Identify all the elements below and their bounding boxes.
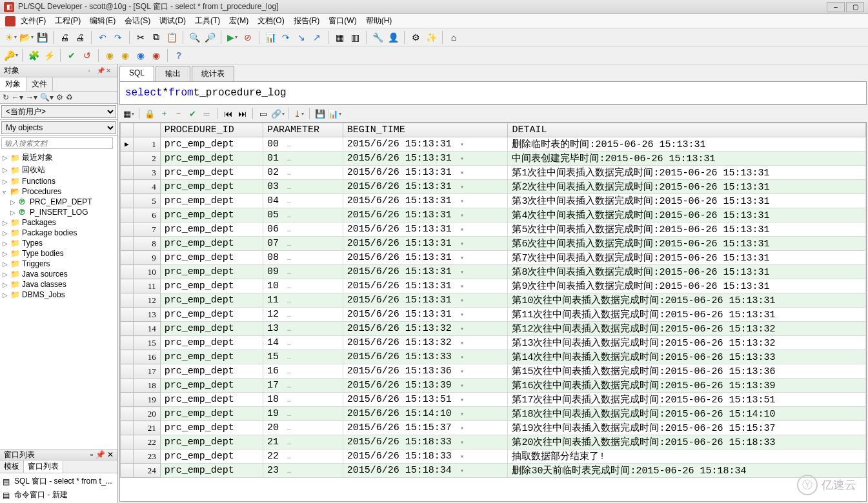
save-grid-icon[interactable]: 💾 [314, 107, 327, 120]
rollback-button[interactable]: ↺ [80, 48, 94, 63]
menu-edit[interactable]: 编辑(E) [86, 14, 119, 28]
cell-begin-time[interactable]: 2015/6/26 15:13:32 ▾ [343, 336, 508, 350]
cell-detail[interactable]: 第11次往中间表插入数据完成时间:2015-06-26 15:13:31 [508, 308, 866, 322]
col-detail[interactable]: DETAIL [508, 123, 866, 137]
cell-begin-time[interactable]: 2015/6/26 15:13:31 ▾ [343, 222, 508, 237]
cell-begin-time[interactable]: 2015/6/26 15:13:31 ▾ [343, 180, 508, 194]
menu-help[interactable]: 帮助(H) [362, 14, 396, 28]
compile-invalid-button[interactable]: ⚡ [42, 48, 56, 63]
export-icon[interactable]: ⤓▾ [292, 107, 305, 120]
window-list-item[interactable]: ▤SQL 窗口 - select * from t_... [1, 475, 116, 488]
cell-begin-time[interactable]: 2015/6/26 15:13:31 ▾ [343, 265, 508, 279]
cell-detail[interactable]: 第16次往中间表插入数据完成时间:2015-06-26 15:13:39 [508, 379, 866, 393]
cell-parameter[interactable]: 06 … [263, 222, 343, 237]
tool-yellow-1[interactable]: ◉ [103, 48, 117, 63]
filter-dropdown[interactable]: My objects [1, 121, 116, 134]
tree-proc2[interactable]: P_INSERT_LOG [30, 208, 88, 217]
cell-procedure-id[interactable]: prc_emp_dept [160, 208, 263, 222]
table-row[interactable]: 6prc_emp_dept05 …2015/6/26 15:13:31 ▾第4次… [121, 208, 866, 222]
cell-procedure-id[interactable]: prc_emp_dept [160, 308, 263, 322]
save-button[interactable]: 💾 [35, 30, 49, 44]
menu-tools[interactable]: 工具(T) [191, 14, 224, 28]
compile-button[interactable]: ⚙ [409, 30, 423, 44]
table-row[interactable]: 21prc_emp_dept20 …2015/6/26 15:15:37 ▾第1… [121, 421, 866, 435]
cell-procedure-id[interactable]: prc_emp_dept [160, 237, 263, 251]
table-row[interactable]: 3prc_emp_dept02 …2015/6/26 15:13:31 ▾第1次… [121, 166, 866, 180]
cell-detail[interactable]: 第1次往中间表插入数据完成时间:2015-06-26 15:13:31 [508, 166, 866, 180]
table-row[interactable]: 23prc_emp_dept22 …2015/6/26 15:18:33 ▾抽取… [121, 449, 866, 464]
sql-editor[interactable]: select * from t_procedure_log [119, 81, 867, 104]
table-row[interactable]: 22prc_emp_dept21 …2015/6/26 15:18:33 ▾第2… [121, 435, 866, 449]
cell-procedure-id[interactable]: prc_emp_dept [160, 350, 263, 364]
new-button[interactable]: ☀▾ [4, 30, 18, 44]
tab-objects[interactable]: 对象 [0, 77, 26, 91]
cell-parameter[interactable]: 00 … [263, 137, 343, 152]
explain-plan-button[interactable]: 📊 [263, 30, 278, 44]
cell-procedure-id[interactable]: prc_emp_dept [160, 180, 263, 194]
filter-icon[interactable]: ⚙ [56, 93, 63, 102]
minimize-button[interactable]: – [827, 2, 845, 12]
cell-procedure-id[interactable]: prc_emp_dept [160, 464, 263, 478]
cell-procedure-id[interactable]: prc_emp_dept [160, 152, 263, 166]
cell-detail[interactable]: 第13次往中间表插入数据完成时间:2015-06-26 15:13:32 [508, 336, 866, 350]
cell-detail[interactable]: 第18次往中间表插入数据完成时间:2015-06-26 15:14:10 [508, 407, 866, 421]
cell-detail[interactable]: 抽取数据部分结束了! [508, 449, 866, 464]
cell-detail[interactable]: 第10次往中间表插入数据完成时间:2015-06-26 15:13:31 [508, 293, 866, 308]
find-next-button[interactable]: 🔎 [203, 30, 217, 44]
cell-begin-time[interactable]: 2015/6/26 15:13:33 ▾ [343, 350, 508, 364]
table-row[interactable]: 8prc_emp_dept07 …2015/6/26 15:13:31 ▾第6次… [121, 237, 866, 251]
cell-procedure-id[interactable]: prc_emp_dept [160, 251, 263, 265]
winlist-tab-template[interactable]: 模板 [0, 460, 24, 473]
grid-button[interactable]: ▦▾ [122, 107, 135, 120]
user-dropdown[interactable]: <当前用户> [1, 105, 116, 118]
print-setup-button[interactable]: 🖨 [73, 30, 87, 44]
cell-detail[interactable]: 第12次往中间表插入数据完成时间:2015-06-26 15:13:32 [508, 322, 866, 336]
cell-parameter[interactable]: 05 … [263, 208, 343, 222]
cut-button[interactable]: ✂ [134, 30, 148, 44]
cell-procedure-id[interactable]: prc_emp_dept [160, 279, 263, 293]
cell-detail[interactable]: 第20次往中间表插入数据完成时间:2015-06-26 15:18:33 [508, 435, 866, 449]
cell-procedure-id[interactable]: prc_emp_dept [160, 222, 263, 237]
new-window-button[interactable]: ▦ [332, 30, 347, 44]
winlist-tab-windows[interactable]: 窗口列表 [24, 460, 63, 473]
cell-parameter[interactable]: 20 … [263, 421, 343, 435]
tool-red-1[interactable]: ◉ [149, 48, 163, 63]
cell-begin-time[interactable]: 2015/6/26 15:13:51 ▾ [343, 393, 508, 407]
table-row[interactable]: 13prc_emp_dept12 …2015/6/26 15:13:31 ▾第1… [121, 308, 866, 322]
session-tool-button[interactable]: 🔧 [370, 30, 385, 44]
fetch-next-icon[interactable]: ⏭ [236, 107, 248, 120]
add-row-icon[interactable]: ＋ [157, 107, 170, 120]
lock-icon[interactable]: 🔒 [143, 107, 156, 120]
cell-detail[interactable]: 第19次往中间表插入数据完成时间:2015-06-26 15:15:37 [508, 421, 866, 435]
cell-detail[interactable]: 删除临时表的时间:2015-06-26 15:13:31 [508, 137, 866, 152]
cell-parameter[interactable]: 15 … [263, 350, 343, 364]
cell-detail[interactable]: 第7次往中间表插入数据完成时间:2015-06-26 15:13:31 [508, 251, 866, 265]
cell-procedure-id[interactable]: prc_emp_dept [160, 322, 263, 336]
table-row[interactable]: 19prc_emp_dept18 …2015/6/26 15:13:51 ▾第1… [121, 393, 866, 407]
post-icon[interactable]: ✔ [186, 107, 199, 120]
redo-button[interactable]: ↷ [111, 30, 125, 44]
cell-begin-time[interactable]: 2015/6/26 15:13:31 ▾ [343, 166, 508, 180]
object-tree[interactable]: ▷📁最近对象 ▷📁回收站 ▷📁Functions ▿📂Procedures ▷℗… [0, 150, 117, 449]
table-row[interactable]: 2prc_emp_dept01 …2015/6/26 15:13:31 ▾中间表… [121, 152, 866, 166]
menu-macro[interactable]: 宏(M) [225, 14, 252, 28]
chart-icon[interactable]: 📊▾ [328, 107, 341, 120]
table-row[interactable]: 4prc_emp_dept03 …2015/6/26 15:13:31 ▾第2次… [121, 180, 866, 194]
cell-parameter[interactable]: 18 … [263, 393, 343, 407]
cell-begin-time[interactable]: 2015/6/26 15:13:31 ▾ [343, 194, 508, 208]
cell-begin-time[interactable]: 2015/6/26 15:13:32 ▾ [343, 322, 508, 336]
col-begin-time[interactable]: BEGIN_TIME [343, 123, 508, 137]
forward-icon[interactable]: →▾ [26, 93, 37, 102]
single-record-icon[interactable]: ▭ [257, 107, 270, 120]
table-row[interactable]: ▶1prc_emp_dept00 …2015/6/26 15:13:31 ▾删除… [121, 137, 866, 152]
panel-minimize-icon[interactable]: ▫ [88, 67, 96, 75]
cell-detail[interactable]: 第3次往中间表插入数据完成时间:2015-06-26 15:13:31 [508, 194, 866, 208]
table-row[interactable]: 14prc_emp_dept13 …2015/6/26 15:13:32 ▾第1… [121, 322, 866, 336]
cell-begin-time[interactable]: 2015/6/26 15:18:33 ▾ [343, 435, 508, 449]
cell-procedure-id[interactable]: prc_emp_dept [160, 137, 263, 152]
table-row[interactable]: 9prc_emp_dept08 …2015/6/26 15:13:31 ▾第7次… [121, 251, 866, 265]
table-row[interactable]: 12prc_emp_dept11 …2015/6/26 15:13:31 ▾第1… [121, 293, 866, 308]
cell-begin-time[interactable]: 2015/6/26 15:18:34 ▾ [343, 464, 508, 478]
tree-triggers[interactable]: Triggers [22, 259, 50, 268]
cell-detail[interactable]: 第14次往中间表插入数据完成时间:2015-06-26 15:13:33 [508, 350, 866, 364]
